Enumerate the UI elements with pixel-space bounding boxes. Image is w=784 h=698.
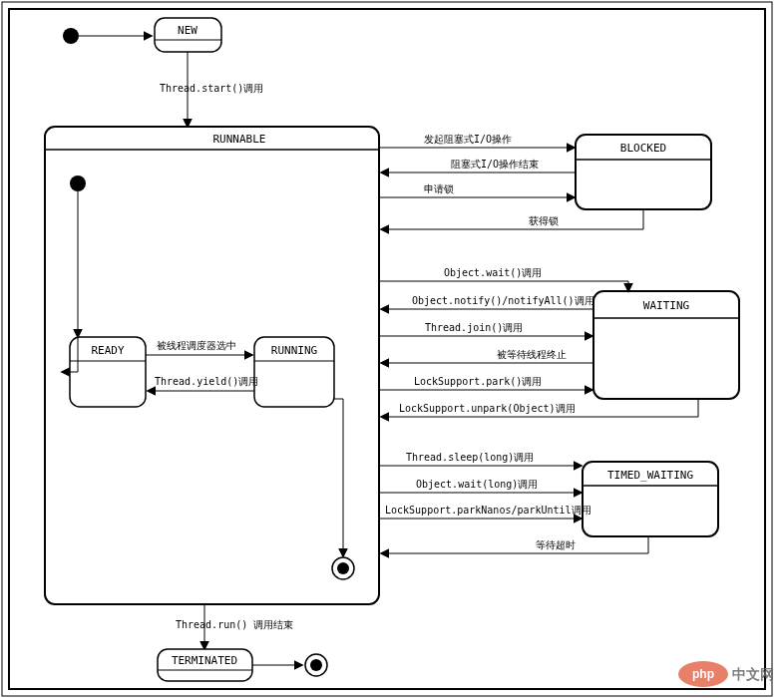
edge-w1 <box>379 281 628 291</box>
svg-point-12 <box>310 659 322 671</box>
edge-tw4 <box>381 536 648 553</box>
state-terminated-label: TERMINATED <box>172 654 237 667</box>
watermark-site: 中文网 <box>732 666 774 682</box>
state-ready-label: READY <box>91 344 124 357</box>
edge-blk3-label: 申请锁 <box>424 183 454 194</box>
edge-blk4-label: 获得锁 <box>529 215 559 226</box>
edge-start-label: Thread.start()调用 <box>160 83 263 94</box>
state-new-label: NEW <box>178 24 197 37</box>
edge-w2-label: Object.notify()/notifyAll()调用 <box>412 295 594 306</box>
edge-blk2-label: 阻塞式I/O操作结束 <box>451 159 539 170</box>
edge-run-end-label: Thread.run() 调用结束 <box>176 619 293 630</box>
edge-blk4 <box>381 209 643 229</box>
state-running-label: RUNNING <box>271 344 317 357</box>
edge-running-ready-label: Thread.yield()调用 <box>155 376 258 387</box>
edge-w6-label: LockSupport.unpark(Object)调用 <box>399 403 576 414</box>
edge-tw3-label: LockSupport.parkNanos/parkUntil调用 <box>385 505 591 516</box>
state-blocked-label: BLOCKED <box>620 142 666 155</box>
edge-w5-label: LockSupport.park()调用 <box>414 376 542 387</box>
thread-state-diagram: NEW Thread.start()调用 RUNNABLE READY RUNN… <box>0 0 784 698</box>
edge-tw2-label: Object.wait(long)调用 <box>416 479 538 490</box>
state-timed-waiting-label: TIMED_WAITING <box>607 469 693 482</box>
svg-point-7 <box>337 562 349 574</box>
edge-ready-running-label: 被线程调度器选中 <box>157 340 236 351</box>
edge-tw1-label: Thread.sleep(long)调用 <box>406 452 534 463</box>
edge-tw4-label: 等待超时 <box>536 539 576 550</box>
initial-node-icon <box>63 28 79 44</box>
watermark: php 中文网 <box>678 661 774 687</box>
edge-w1-label: Object.wait()调用 <box>444 267 542 278</box>
runnable-initial-icon <box>70 175 86 191</box>
watermark-brand: php <box>692 667 714 681</box>
edge-w3-label: Thread.join()调用 <box>425 322 523 333</box>
edge-w4-label: 被等待线程终止 <box>497 349 567 360</box>
state-waiting-label: WAITING <box>643 299 689 312</box>
edge-blk1-label: 发起阻塞式I/O操作 <box>424 134 512 145</box>
state-runnable-label: RUNNABLE <box>213 133 266 146</box>
